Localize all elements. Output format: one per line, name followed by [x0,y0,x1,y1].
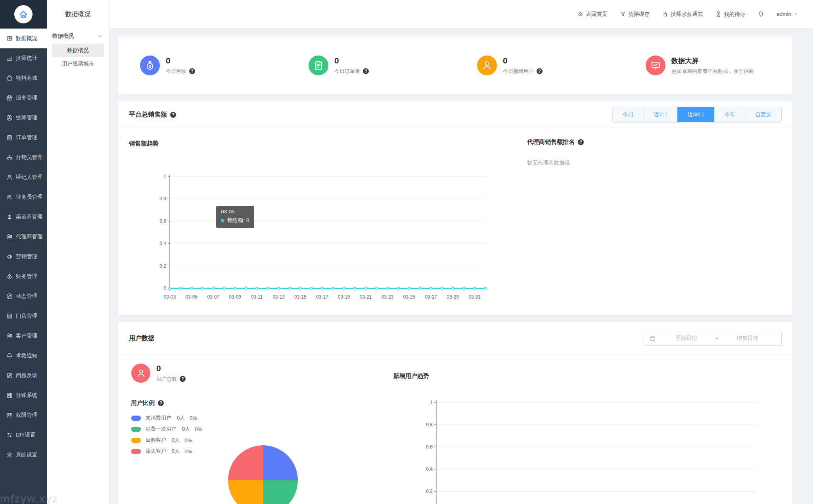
tab-自定义[interactable]: 自定义 [745,107,782,122]
stat-数据大屏[interactable]: 数据大屏更加直观的查看平台数据，便于招商 [624,56,792,75]
date-end-input[interactable]: 结束日期 [719,335,776,342]
sales-title-text: 平台总销售额 [129,111,167,119]
svg-text:0.6: 0.6 [426,444,433,450]
legend-item-流失客户: 流失客户0人0% [131,448,202,455]
svg-text:03-29: 03-29 [447,294,459,300]
customer-icon [6,333,13,339]
sidebar-item-服务管理[interactable]: 服务管理 [0,88,47,108]
home-icon [14,5,33,23]
sidebar-item-物料商城[interactable]: 物料商城 [0,68,47,88]
sidebar-item-客户管理[interactable]: 客户管理 [0,326,47,346]
header-link-技师求救通知[interactable]: 技师求救通知 [662,11,703,18]
tab-今日[interactable]: 今日 [613,107,643,122]
svg-text:0.4: 0.4 [426,466,433,472]
sidebar-item-营销管理[interactable]: 营销管理 [0,247,47,266]
sidebar-item-技师统计[interactable]: 技师统计 [0,48,47,68]
stats-card: 0今日营收?0今日订单量?0今日新增用户?数据大屏更加直观的查看平台数据，便于招… [118,36,792,94]
sidebar-item-label: 门店管理 [16,312,37,320]
screen-text: 数据大屏更加直观的查看平台数据，便于招商 [671,56,754,75]
sidebar-item-label: 数据概况 [16,35,37,42]
header-link-label: 技师求救通知 [671,11,703,18]
sidebar-item-label: DIY设置 [16,431,36,439]
sidebar-item-权限管理[interactable]: 权限管理 [0,405,47,425]
sidebar-item-业务员管理[interactable]: 业务员管理 [0,187,47,207]
svg-text:03-15: 03-15 [294,294,307,300]
sidebar-item-经纪人管理[interactable]: 经纪人管理 [0,167,47,187]
help-icon[interactable]: ? [578,139,584,145]
sidebar-item-求救通知[interactable]: 求救通知 [0,346,47,366]
help-icon[interactable]: ? [170,112,176,118]
help-icon[interactable]: ? [180,376,186,382]
submenu-group-toggle[interactable]: 数据概况 [47,29,109,44]
sidebar-item-系统设置[interactable]: 系统设置 [0,445,47,465]
svg-text:0.8: 0.8 [426,422,433,427]
help-icon[interactable]: ? [158,400,164,406]
help-icon[interactable]: ? [189,68,195,74]
header-link-我的待办[interactable]: 我的待办 [715,11,745,18]
chart-tooltip: 03-05 销售额: 0 [216,206,254,228]
legend-item-未消费用户: 未消费用户0人0% [131,414,202,422]
legend-percent: 0% [184,437,192,443]
svg-text:03-13: 03-13 [272,294,285,300]
user-total-value: 0 [156,364,186,373]
legend-item-消费一次用户: 消费一次用户0人0% [131,425,202,433]
sidebar-item-渠道商管理[interactable]: 渠道商管理 [0,207,47,227]
sidebar-item-财务管理[interactable]: 财务管理 [0,266,47,286]
agent-icon [6,234,13,240]
header-link-清除缓存[interactable]: 清除缓存 [620,11,650,18]
sidebar-item-问题反馈[interactable]: 问题反馈 [0,366,47,385]
date-start-input[interactable]: 开始日期 [658,335,714,342]
sidebar-item-label: 技师管理 [16,114,37,121]
sidebar-item-label: 权限管理 [16,412,37,419]
sidebar-item-DIY设置[interactable]: DIY设置 [0,425,47,445]
svg-text:0: 0 [163,286,166,291]
sidebar-item-技师管理[interactable]: 技师管理 [0,108,47,128]
sidebar-item-分销员管理[interactable]: 分销员管理 [0,148,47,167]
sidebar-item-代理商管理[interactable]: 代理商管理 [0,227,47,247]
sidebar-item-动态管理[interactable]: 动态管理 [0,286,47,306]
stat-label: 今日新增用户? [503,68,543,75]
tooltip-series-dot [221,219,224,222]
permission-icon [6,412,13,418]
legend-label: 未消费用户 [146,414,171,422]
header-link-返回首页[interactable]: 返回首页 [577,11,607,18]
monitor-chart-icon [646,56,665,75]
new-user-trend-title-text: 新增用户趋势 [393,372,429,380]
submenu-item-用户投票城市[interactable]: 用户投票城市 [52,57,104,71]
submenu-item-数据概况[interactable]: 数据概况 [52,44,104,57]
help-icon[interactable]: ? [537,68,543,74]
user-ratio-legend: 未消费用户0人0%消费一次用户0人0%回购客户0人0%流失客户0人0% [131,414,202,455]
bell-icon[interactable] [758,11,764,17]
app-logo[interactable] [0,0,47,29]
stat-label-text: 今日新增用户 [503,68,534,75]
tab-今年[interactable]: 今年 [714,107,745,122]
sidebar-item-订单管理[interactable]: 订单管理 [0,128,47,148]
hourglass-icon [715,11,721,17]
sidebar-item-分账系统[interactable]: 分账系统 [0,385,47,405]
header-link-label: 返回首页 [586,11,607,18]
submenu-group-label: 数据概况 [52,33,74,40]
submenu-items: 数据概况用户投票城市 [47,44,109,71]
legend-percent: 0% [184,448,192,454]
svg-text:1: 1 [163,174,166,179]
sidebar-item-数据概况[interactable]: 数据概况 [0,29,47,48]
date-range-picker[interactable]: 开始日期 - 结束日期 [644,331,782,346]
stat-value: 0 [166,56,195,65]
user-menu[interactable]: admin [777,11,798,17]
stat-今日新增用户: 0今日新增用户? [455,56,624,75]
sidebar-item-label: 分销员管理 [16,154,43,161]
help-icon[interactable]: ? [363,68,369,74]
stat-value: 0 [334,56,369,65]
user-total-label: 用户总数? [156,376,186,383]
svg-text:03-31: 03-31 [468,294,481,300]
caret-down-icon [794,12,798,16]
settings-icon [6,452,13,458]
sidebar-item-门店管理[interactable]: 门店管理 [0,306,47,326]
sidebar-item-label: 服务管理 [16,94,37,102]
new-user-trend-chart: 10.80.60.40.2 [418,395,759,504]
tab-近7日[interactable]: 近7日 [643,107,677,122]
svg-text:03-05: 03-05 [186,294,198,300]
pie-chart-icon [6,35,13,42]
top-header: 返回首页清除缓存技师求救通知我的待办 admin [109,0,813,29]
tab-近30日[interactable]: 近30日 [677,107,714,122]
